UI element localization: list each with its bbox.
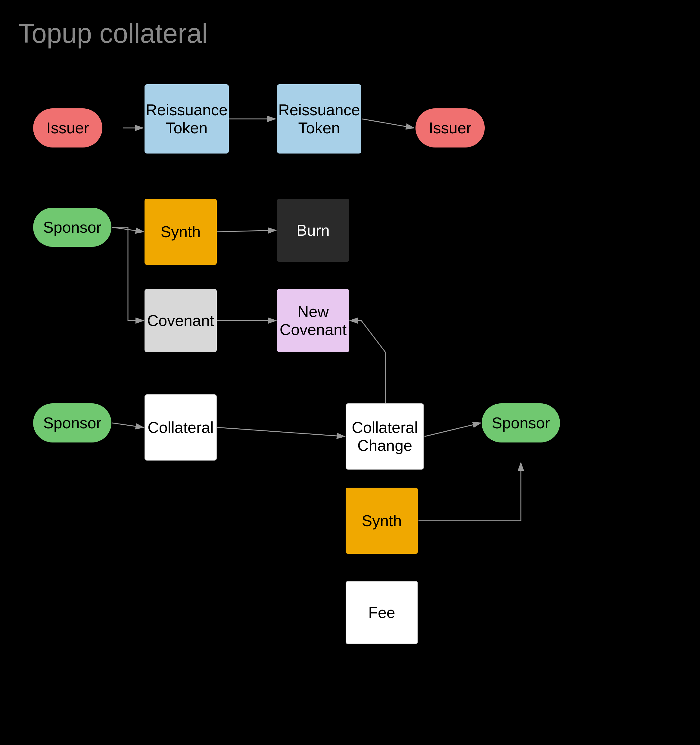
issuer-right-node: Issuer [416, 108, 485, 148]
synth-top-node: Synth [145, 199, 217, 265]
reissuance-token-left-node: Reissuance Token [145, 84, 229, 154]
collateral-node: Collateral [145, 394, 217, 461]
fee-node: Fee [346, 581, 418, 644]
issuer-left-node: Issuer [33, 108, 102, 148]
covenant-node: Covenant [145, 289, 217, 352]
svg-line-9 [425, 423, 481, 437]
collateral-change-node: Collateral Change [346, 403, 424, 470]
new-covenant-node: New Covenant [277, 289, 349, 352]
svg-line-4 [112, 227, 144, 232]
burn-node: Burn [277, 199, 349, 262]
page-title: Topup collateral [18, 18, 208, 49]
svg-line-3 [362, 119, 414, 128]
sponsor-top-node: Sponsor [33, 208, 111, 247]
synth-bottom-node: Synth [346, 488, 418, 554]
reissuance-token-right-node: Reissuance Token [277, 84, 361, 154]
svg-line-5 [217, 230, 276, 232]
sponsor-bottom-node: Sponsor [33, 403, 111, 443]
sponsor-right-node: Sponsor [482, 403, 560, 443]
svg-line-7 [112, 423, 144, 428]
svg-line-8 [217, 428, 345, 437]
